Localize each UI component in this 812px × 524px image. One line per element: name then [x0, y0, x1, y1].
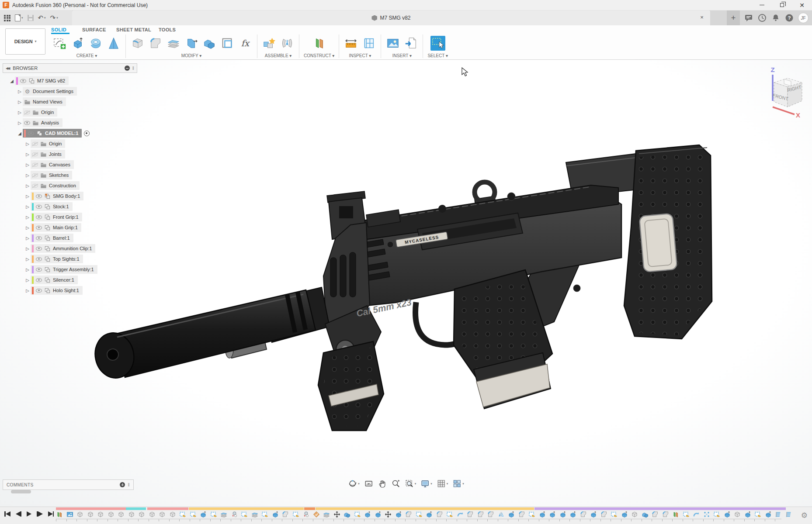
tree-item-origin[interactable]: ▷Origin — [3, 138, 137, 149]
timeline-step-back-button[interactable] — [16, 511, 22, 517]
minimize-button[interactable] — [752, 0, 772, 10]
timeline-feature-shell-icon[interactable] — [323, 511, 330, 518]
presspull-icon[interactable] — [130, 36, 145, 51]
undo-icon[interactable]: ↶▾ — [38, 15, 46, 21]
tree-expander-icon[interactable]: ▷ — [17, 110, 23, 115]
pan-icon[interactable] — [377, 478, 388, 489]
fit-icon[interactable]: ▾ — [404, 478, 417, 489]
browser-panel-header[interactable]: ◀◀ BROWSER ‖ — [3, 63, 137, 73]
timeline-step-forward-button[interactable] — [37, 511, 43, 517]
fillet-icon[interactable] — [148, 36, 163, 51]
timeline-feature-fillet-icon[interactable] — [467, 511, 474, 518]
fx-icon[interactable]: fx — [238, 36, 253, 51]
tree-expander-icon[interactable]: ▷ — [24, 215, 31, 220]
timeline-feature-fillet-icon[interactable] — [436, 511, 443, 518]
visibility-eye-icon[interactable] — [36, 205, 42, 209]
ribbon-tab-tools[interactable]: TOOLS — [159, 27, 176, 32]
timeline-feature-revolve-icon[interactable] — [693, 511, 700, 518]
close-button[interactable]: ✕ — [792, 0, 812, 10]
timeline-feature-sketch-icon[interactable] — [683, 511, 690, 518]
extrude-icon[interactable] — [70, 36, 85, 51]
visibility-eye-icon[interactable] — [36, 215, 42, 219]
timeline-feature-form-icon[interactable] — [313, 511, 320, 518]
visibility-eye-icon[interactable] — [36, 247, 42, 251]
timeline-feature-canvas-icon[interactable] — [66, 511, 73, 518]
display-settings-icon[interactable]: ▾ — [420, 478, 433, 489]
3d-viewport[interactable]: MYCASELESS Cal 5mm x23 ◀◀ BROWSER ‖ ◢M7 … — [0, 60, 812, 507]
timeline-feature-extrude-icon[interactable] — [364, 511, 371, 518]
tree-expander-icon[interactable]: ▷ — [24, 225, 31, 230]
tree-item-cad-model-1[interactable]: ◢CAD MODEL:1 — [3, 128, 137, 138]
shell-icon[interactable] — [166, 36, 181, 51]
tree-expander-icon[interactable]: ▷ — [17, 89, 23, 94]
tree-expander-icon[interactable]: ▷ — [24, 152, 31, 157]
timeline-feature-fillet-icon[interactable] — [662, 511, 669, 518]
viewports-icon[interactable]: ▾ — [451, 478, 465, 489]
tree-expander-icon[interactable]: ▷ — [17, 100, 23, 104]
select-icon[interactable] — [430, 36, 445, 51]
tree-item-front-grip-1[interactable]: ▷Front Grip:1 — [3, 212, 137, 222]
joint-icon[interactable] — [280, 36, 295, 51]
tree-item-main-grip-1[interactable]: ▷Main Grip:1 — [3, 222, 137, 233]
visibility-off-icon[interactable] — [32, 163, 38, 167]
timeline-feature-plane-icon[interactable] — [56, 511, 63, 518]
timeline-feature-hole-icon[interactable] — [302, 511, 309, 518]
timeline-feature-box-icon[interactable] — [97, 511, 104, 518]
tree-expander-icon[interactable]: ◢ — [17, 131, 23, 136]
timeline-feature-box-icon[interactable] — [159, 511, 166, 518]
grid-and-snaps-icon[interactable]: ▾ — [436, 478, 449, 489]
offsetface-icon[interactable] — [220, 36, 235, 51]
job-status-clock-icon[interactable] — [757, 13, 767, 23]
panel-minimize-icon[interactable] — [125, 66, 130, 71]
tree-item-analysis[interactable]: ▷Analysis — [3, 117, 137, 128]
timeline-feature-extrude-icon[interactable] — [426, 511, 433, 518]
loft-icon[interactable] — [106, 36, 121, 51]
visibility-eye-icon[interactable] — [20, 79, 26, 83]
timeline-feature-sketch-icon[interactable] — [713, 511, 720, 518]
ribbon-group-label[interactable]: CREATE ▾ — [76, 53, 97, 58]
document-tab[interactable]: M7 SMG v82 × — [72, 10, 710, 25]
zoom-icon[interactable] — [390, 478, 401, 489]
timeline-skip-to-start-button[interactable] — [4, 511, 10, 517]
file-menu-icon[interactable]: ▾ — [15, 14, 23, 21]
user-avatar[interactable]: JF — [798, 13, 809, 23]
tree-item-named-views[interactable]: ▷Named Views — [3, 97, 137, 107]
timeline-feature-sketch-icon[interactable] — [292, 511, 299, 518]
notifications-bell-icon[interactable] — [771, 13, 781, 23]
timeline-feature-pattern-icon[interactable] — [703, 511, 710, 518]
timeline-feature-fillet-icon[interactable] — [600, 511, 607, 518]
timeline-feature-extrude-icon[interactable] — [539, 511, 546, 518]
tree-item-stock-1[interactable]: ▷Stock:1 — [3, 201, 137, 212]
tree-item-document-settings[interactable]: ▷⚙Document Settings — [3, 86, 137, 97]
timeline-feature-move-icon[interactable] — [385, 511, 392, 518]
app-grid-icon[interactable] — [4, 15, 10, 21]
timeline-feature-extrude-icon[interactable] — [621, 511, 628, 518]
tree-expander-icon[interactable]: ▷ — [24, 288, 31, 293]
ribbon-group-label[interactable]: SELECT ▾ — [427, 53, 448, 58]
look-at-icon[interactable] — [363, 478, 374, 489]
comments-bubble-icon[interactable] — [744, 13, 753, 23]
timeline-feature-fillet-icon[interactable] — [652, 511, 659, 518]
timeline-feature-sketch-icon[interactable] — [241, 511, 248, 518]
visibility-off-icon[interactable] — [24, 110, 30, 114]
timeline-feature-box-icon[interactable] — [734, 511, 741, 518]
timeline-feature-shell-icon[interactable] — [251, 511, 258, 518]
timeline-feature-fillet-icon[interactable] — [477, 511, 484, 518]
panel-resize-grip[interactable]: ‖ — [132, 66, 134, 71]
ribbon-group-label[interactable]: INSERT ▾ — [392, 53, 412, 58]
timeline-feature-box-icon[interactable] — [87, 511, 94, 518]
tree-item-holo-sight-1[interactable]: ▷Holo Sight:1 — [3, 285, 137, 296]
tree-expander-icon[interactable]: ▷ — [24, 267, 31, 272]
visibility-eye-icon[interactable] — [24, 121, 30, 125]
tree-item-silencer-1[interactable]: ▷Silencer:1 — [3, 275, 137, 285]
timeline-feature-combine-icon[interactable] — [642, 511, 649, 518]
timeline-feature-mirror-icon[interactable] — [498, 511, 505, 518]
ribbon-group-label[interactable]: ASSEMBLE ▾ — [265, 53, 292, 58]
timeline-feature-sketch-icon[interactable] — [190, 511, 197, 518]
tab-close-icon[interactable]: × — [698, 14, 706, 21]
tree-item-origin[interactable]: ▷Origin — [3, 107, 137, 117]
timeline-feature-extrude-icon[interactable] — [395, 511, 402, 518]
tree-item-construction[interactable]: ▷Construction — [3, 180, 137, 191]
tree-item-joints[interactable]: ▷Joints — [3, 149, 137, 159]
tree-item-m7-smg-v82[interactable]: ◢M7 SMG v82 — [3, 76, 137, 86]
